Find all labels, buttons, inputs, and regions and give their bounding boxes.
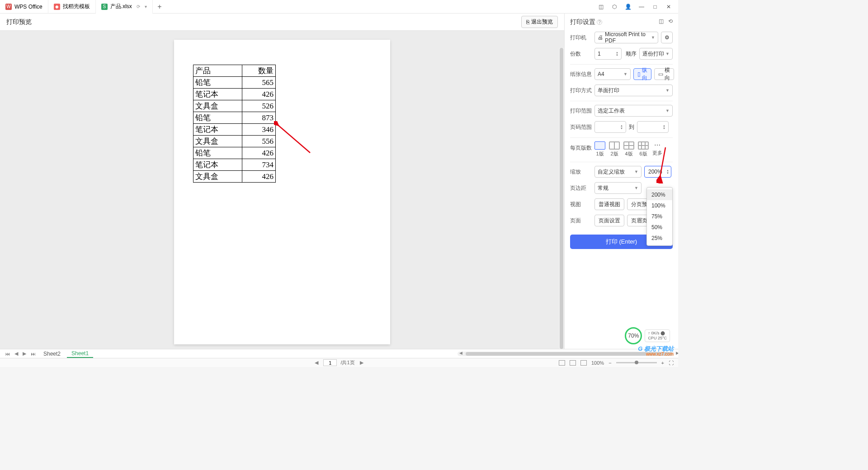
layout-6[interactable]: 6版 (638, 141, 649, 157)
portrait-button[interactable]: ▯纵向 (633, 68, 651, 80)
page-to-input[interactable]: ▲▼ (637, 121, 669, 133)
layout-label: 2版 (610, 150, 618, 157)
tab-add[interactable]: + (153, 3, 166, 11)
tab-label: 找稻壳模板 (63, 3, 90, 10)
paper-value: A4 (598, 71, 604, 77)
cell: 文具盒 (193, 100, 242, 112)
view-normal-button[interactable]: 普通视图 (594, 198, 624, 210)
spinner-icon[interactable]: ▲▼ (616, 51, 618, 56)
cell: 铅笔 (193, 147, 242, 159)
nav-first[interactable]: ⏮ (4, 351, 11, 357)
paper-select[interactable]: A4 ▼ (594, 68, 631, 80)
landscape-label: 横向 (665, 66, 670, 82)
zoom-mode-select[interactable]: 自定义缩放 ▼ (594, 166, 642, 178)
close-icon[interactable]: ✕ (665, 3, 673, 11)
page-input[interactable] (323, 359, 337, 366)
layout-1[interactable]: 1版 (594, 141, 605, 157)
margin-select[interactable]: 常规 ▼ (594, 182, 642, 194)
zoom-option-25[interactable]: 25% (647, 233, 672, 244)
zoom-value-input[interactable]: 200% ▲▼ (644, 166, 671, 178)
brand-watermark: G 极光下载站 www.xz7.com (638, 346, 674, 357)
zoom-option-50[interactable]: 50% (647, 222, 672, 233)
order-select[interactable]: 逐份打印 ▼ (639, 48, 673, 60)
tab-wps[interactable]: W WPS Office (0, 0, 48, 14)
page-next[interactable]: ▶ (359, 360, 365, 366)
perf-widget[interactable]: 70% ↑ 0K/s ⬤ CPU 25°C (625, 327, 670, 344)
printer-icon: 🖨 (598, 34, 603, 41)
cell: 426 (242, 147, 276, 159)
chevron-down-icon: ▼ (665, 88, 670, 93)
zoom-slider[interactable] (616, 362, 657, 363)
tab-menu-icon[interactable]: ▾ (145, 4, 147, 9)
minimize-icon[interactable]: — (637, 3, 646, 11)
vertical-scrollbar[interactable] (559, 48, 564, 349)
cell: 426 (242, 171, 276, 183)
cell: 346 (242, 124, 276, 136)
landscape-button[interactable]: ▭横向 (654, 68, 674, 80)
chevron-down-icon: ▼ (665, 108, 670, 113)
page-total: /共1页 (340, 359, 354, 366)
range-select[interactable]: 选定工作表 ▼ (594, 105, 673, 117)
zoom-option-75[interactable]: 75% (647, 211, 672, 222)
view-mode-1[interactable] (559, 360, 565, 366)
tab-templates[interactable]: ◆ 找稻壳模板 (48, 0, 96, 14)
panel-icon[interactable]: ◫ (597, 3, 605, 11)
fullscreen-icon[interactable]: ⛶ (669, 360, 674, 366)
exit-preview-button[interactable]: ⎘ 退出预览 (521, 16, 558, 28)
cell: 734 (242, 159, 276, 171)
sheet-tab-sheet1[interactable]: Sheet1 (67, 349, 93, 358)
view-mode-2[interactable] (570, 360, 576, 366)
layout-label: 1版 (596, 150, 604, 157)
paper-label: 纸张信息 (570, 70, 592, 78)
zoom-in[interactable]: + (661, 360, 664, 366)
copies-value: 1 (598, 51, 601, 57)
cell: 426 (242, 89, 276, 100)
printer-label: 打印机 (570, 34, 592, 42)
tab-label: 产品.xlsx (110, 3, 132, 10)
layout-more[interactable]: ⋯更多 (652, 141, 662, 156)
cell: 556 (242, 136, 276, 147)
wps-icon: W (5, 4, 12, 10)
page-from-input[interactable]: ▲▼ (594, 121, 626, 133)
tab-file[interactable]: S 产品.xlsx ⟳ ▾ (96, 0, 153, 14)
sheet-tab-sheet2[interactable]: Sheet2 (39, 349, 65, 358)
page-label: 页面 (570, 217, 592, 225)
layout-label: 更多 (652, 150, 662, 156)
nav-next[interactable]: ▶ (21, 351, 28, 357)
page-setup-button[interactable]: 页面设置 (594, 215, 624, 226)
method-select[interactable]: 单面打印 ▼ (594, 85, 673, 96)
cube-icon[interactable]: ⬡ (610, 3, 618, 11)
page-prev[interactable]: ◀ (313, 360, 320, 366)
maximize-icon[interactable]: □ (651, 3, 659, 11)
margin-label: 页边距 (570, 184, 592, 192)
layout-2[interactable]: 2版 (609, 141, 620, 157)
printer-settings-button[interactable]: ⚙ (661, 32, 673, 43)
avatar-icon[interactable]: 👤 (624, 3, 632, 11)
settings-title: 打印设置 ? (570, 18, 673, 26)
tab-sync-icon[interactable]: ⟳ (137, 4, 140, 9)
layout-label: 6版 (639, 150, 647, 157)
cell: 873 (242, 112, 276, 124)
statusbar: ◀ /共1页 ▶ 100% − + ⛶ (0, 358, 678, 367)
zoom-option-200[interactable]: 200% (647, 189, 672, 200)
btn-label: 普通视图 (599, 201, 620, 208)
refresh-icon[interactable]: ⟲ (668, 18, 673, 24)
nav-last[interactable]: ⏭ (29, 351, 37, 357)
zoom-value: 200% (648, 169, 662, 175)
pagerange-label: 页码范围 (570, 123, 592, 131)
exit-icon: ⎘ (526, 19, 529, 25)
layout-4[interactable]: 4版 (623, 141, 634, 157)
view-mode-3[interactable] (580, 360, 587, 366)
nav-prev[interactable]: ◀ (13, 351, 19, 357)
help-icon[interactable]: ? (597, 19, 602, 25)
zoom-out[interactable]: − (609, 360, 611, 366)
copies-input[interactable]: 1 ▲▼ (594, 48, 622, 60)
data-table: 产品数量 铅笔565 笔记本426 文具盒526 铅笔873 笔记本346 文具… (193, 65, 276, 183)
printer-select[interactable]: 🖨Microsoft Print to PDF ▼ (594, 32, 658, 43)
view-label: 视图 (570, 201, 592, 208)
spinner-icon[interactable]: ▲▼ (666, 169, 669, 174)
gear-icon: ⚙ (665, 34, 670, 41)
layout-icon[interactable]: ◫ (659, 18, 664, 24)
zoom-option-100[interactable]: 100% (647, 200, 672, 211)
th-product: 产品 (193, 65, 242, 77)
